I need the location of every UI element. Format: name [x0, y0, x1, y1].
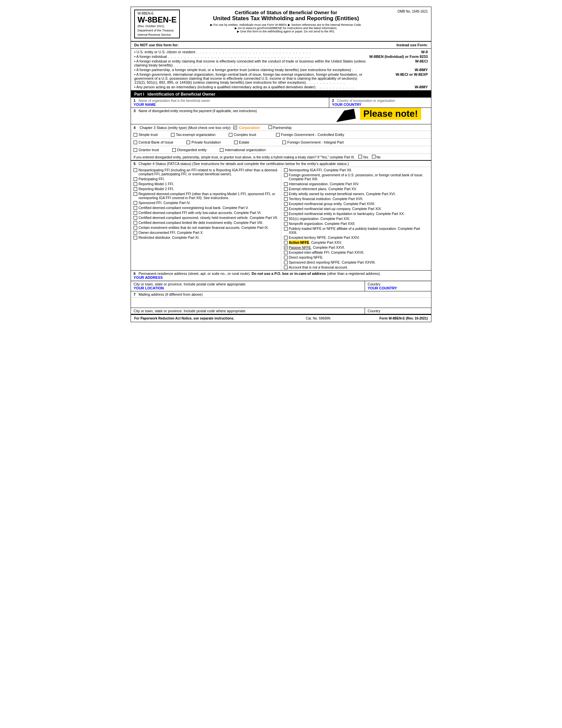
field-2-cell: 2 Country of incorporation or organizati… — [329, 98, 431, 107]
excepted-nonfinancial-group-checkbox[interactable] — [284, 202, 287, 206]
excepted-territory-checkbox[interactable] — [284, 236, 287, 239]
passive-nffe-checkbox[interactable] — [284, 246, 287, 249]
cert-nonreg-checkbox[interactable] — [134, 206, 137, 210]
private-foundation-label: Private foundation — [192, 140, 221, 144]
header-instructions: ▶ For use by entities. Individuals must … — [184, 23, 388, 33]
grantor-trust-checkbox[interactable] — [134, 148, 137, 152]
territory-fin-checkbox[interactable] — [284, 197, 287, 201]
mailing-city-cell: City or town, state or province. Include… — [131, 308, 365, 314]
partnership-checkbox[interactable] — [269, 125, 272, 129]
city-cell: City or town, state or province. Include… — [131, 281, 365, 291]
exempt-retirement-checkbox[interactable] — [284, 187, 287, 191]
fg-integral-checkbox[interactable] — [282, 141, 286, 144]
form-title2: United States Tax Withholding and Report… — [184, 15, 388, 22]
participating-ffi-checkbox[interactable] — [134, 177, 137, 181]
mailing-country-cell: Country — [365, 308, 431, 314]
ch4-right-7: Excepted nonfinancial group entity. Comp… — [284, 202, 429, 206]
bullet-row-2: • A foreign individual . . . . . . . . .… — [134, 55, 428, 59]
ch4-right-11: Nonprofit organization. Complete Part XX… — [284, 222, 429, 226]
field-4-number: 4 — [134, 126, 136, 130]
chapter3-row: 4 Chapter 3 Status (entity type) (Must c… — [131, 124, 431, 161]
hybrid-yes-checkbox[interactable] — [358, 155, 362, 158]
estate-label: Estate — [239, 140, 249, 144]
intl-org-checkbox[interactable] — [220, 148, 224, 152]
direct-reporting-checkbox[interactable] — [284, 256, 287, 259]
bullet-row-5: • A foreign government, international or… — [134, 72, 428, 84]
nonprofit-org-checkbox[interactable] — [284, 222, 287, 226]
disregarded-entity-checkbox[interactable] — [172, 148, 176, 152]
intl-org-label: International organization — [225, 148, 266, 152]
cert-limited-life-checkbox[interactable] — [134, 221, 137, 225]
cert-low-value-checkbox[interactable] — [134, 211, 137, 215]
field-6-bold: Do not use a P.O. box or in-care-of addr… — [252, 272, 326, 276]
excepted-nonfinancial-group-label: Excepted nonfinancial group entity. Comp… — [289, 202, 375, 206]
bullet-text-2: • A foreign individual . . . . . . . . .… — [134, 55, 368, 59]
central-bank-checkbox[interactable] — [134, 141, 137, 144]
cert-closely-held-checkbox[interactable] — [134, 216, 137, 220]
ch4-left-1: Nonparticipating FFI (including an FFI r… — [134, 168, 279, 176]
mailing-header: 7 Mailing address (if different from abo… — [131, 291, 431, 298]
certain-invest-checkbox[interactable] — [134, 226, 137, 230]
fg-controlled-checkbox[interactable] — [276, 133, 280, 137]
corporation-checkbox[interactable] — [234, 126, 237, 129]
hybrid-no-checkbox[interactable] — [372, 155, 375, 158]
bullet-section: • U.S. entity or U.S. citizen or residen… — [131, 49, 431, 91]
reg-deemed-checkbox[interactable] — [134, 192, 137, 196]
use-form-5: W-8ECI or W-8EXP — [368, 72, 428, 76]
reporting-m1-checkbox[interactable] — [134, 182, 137, 186]
field-2-label: Country of incorporation or organization — [337, 99, 395, 103]
account-not-financial-checkbox[interactable] — [284, 266, 287, 269]
nonreporting-iga-label: Nonreporting IGA FFI. Complete Part XII. — [289, 168, 352, 172]
501c-org-checkbox[interactable] — [284, 217, 287, 221]
ch4-left-5: Registered deemed-compliant FFI (other t… — [134, 192, 279, 200]
excepted-liquidation-label: Excepted nonfinancial entity in liquidat… — [289, 212, 405, 216]
simple-trust-checkbox[interactable] — [134, 133, 137, 137]
nonpart-ffi-checkbox[interactable] — [134, 168, 137, 172]
excepted-liquidation-checkbox[interactable] — [284, 212, 287, 216]
cert-closely-held-label: Certified deemed-compliant sponsored, cl… — [139, 216, 278, 220]
restricted-dist-checkbox[interactable] — [134, 236, 137, 239]
form-dept1: Department of the Treasury — [138, 29, 177, 32]
grantor-trust-label: Grantor trust — [139, 148, 159, 152]
sponsored-direct-label: Sponsored direct reporting NFFE. Complet… — [289, 260, 376, 264]
ch4-right-8: Excepted nonfinancial start-up company. … — [284, 207, 429, 211]
owner-doc-checkbox[interactable] — [134, 231, 137, 235]
sponsored-direct-checkbox[interactable] — [284, 261, 287, 264]
reporting-m2-checkbox[interactable] — [134, 187, 137, 191]
instead-use-label: Instead use Form: — [396, 43, 428, 47]
complex-trust-label: Complex trust — [234, 133, 256, 137]
active-nffe-checkbox[interactable] — [284, 241, 287, 244]
intl-org2-label: International organization. Complete Par… — [289, 182, 359, 186]
ch4-right-10: 501(c) organization. Complete Part XXI. — [284, 217, 429, 221]
form-page: W-8BEN-E W-8BEN-E (Rev. October 2021) De… — [131, 7, 431, 322]
cert-nonreg-label: Certified deemed-compliant nonregisterin… — [139, 206, 249, 210]
form-label: W-8BEN-E — [138, 12, 177, 15]
nonreporting-iga-checkbox[interactable] — [284, 168, 287, 172]
direct-reporting-label: Direct reporting NFFE. — [289, 255, 324, 259]
excepted-startup-checkbox[interactable] — [284, 207, 287, 211]
account-not-financial-label: Account that is not a financial account. — [289, 265, 348, 269]
private-foundation-checkbox[interactable] — [187, 141, 190, 144]
city-value[interactable]: YOUR LOCATION — [134, 286, 362, 290]
field-6-value[interactable]: YOUR ADDRESS — [134, 276, 428, 279]
field-1-value[interactable]: YOUR NAME — [134, 103, 326, 107]
ch4-right-2: Foreign government, government of a U.S.… — [284, 173, 429, 181]
active-nffe-label: Active NFFE. Complete Part XXV. — [289, 240, 342, 244]
entity-wholly-owned-checkbox[interactable] — [284, 192, 287, 196]
country-value[interactable]: YOUR COUNTRY — [367, 286, 428, 290]
field-2-value[interactable]: YOUR COUNTRY — [332, 103, 428, 107]
publicly-traded-checkbox[interactable] — [284, 227, 287, 231]
sponsored-ffi-checkbox[interactable] — [134, 201, 137, 205]
intl-org2-checkbox[interactable] — [284, 182, 287, 186]
ch4-left-13: Restricted distributor. Complete Part XI… — [134, 236, 279, 239]
ch4-right-18: Sponsored direct reporting NFFE. Complet… — [284, 260, 429, 264]
foreign-govt-checkbox[interactable] — [284, 173, 287, 177]
estate-checkbox[interactable] — [234, 141, 238, 144]
ch4-right-14: Active NFFE. Complete Part XXV. — [284, 240, 429, 244]
entity-types-row1: Simple trust Tax-exempt organization Com… — [131, 131, 431, 139]
reporting-m2-label: Reporting Model 2 FFI. — [139, 187, 174, 191]
tax-exempt-checkbox[interactable] — [171, 133, 175, 137]
complex-trust-checkbox[interactable] — [229, 133, 233, 137]
address-section: 6 Permanent residence address (street, a… — [131, 271, 431, 281]
excepted-inter-checkbox[interactable] — [284, 251, 287, 254]
